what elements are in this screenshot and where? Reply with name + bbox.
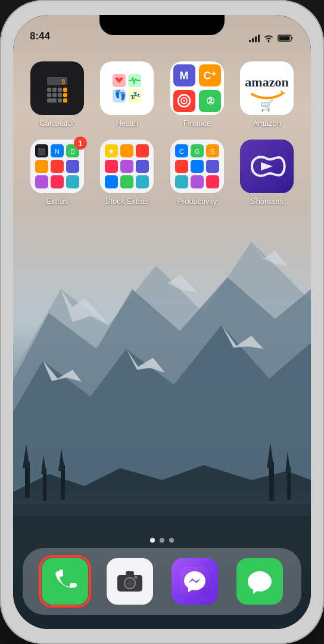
svg-rect-78	[136, 160, 149, 173]
svg-rect-90	[175, 175, 188, 188]
svg-text:⬛: ⬛	[38, 147, 46, 156]
svg-text:🛒: 🛒	[260, 99, 274, 112]
svg-rect-79	[105, 175, 118, 188]
page-dot-2	[160, 538, 164, 543]
svg-text:🗒: 🗒	[70, 148, 76, 155]
app-item-productivity[interactable]: C G S Productivity	[165, 140, 229, 206]
svg-rect-81	[136, 175, 149, 188]
extras-badge: 1	[74, 137, 87, 150]
stock-extras-icon: ★	[100, 140, 154, 193]
stock-extras-label: Stock Extras	[105, 197, 149, 206]
status-bar: 8:44	[13, 15, 311, 47]
svg-rect-92	[206, 175, 219, 188]
dock-item-phone[interactable]	[42, 558, 88, 605]
app-item-finance[interactable]: M C⁺ ② Finance	[165, 61, 229, 128]
svg-rect-22	[279, 36, 290, 41]
page-dot-3	[169, 538, 174, 543]
extras-label: Extras	[46, 197, 68, 206]
svg-rect-66	[35, 175, 48, 188]
dock-item-camera[interactable]	[107, 558, 153, 605]
battery-icon	[278, 34, 294, 42]
svg-rect-26	[47, 88, 51, 92]
svg-point-101	[134, 576, 137, 579]
svg-point-100	[127, 580, 133, 586]
health-icon: 👣 💤	[100, 61, 154, 115]
svg-rect-76	[105, 160, 118, 173]
messenger-dock-icon	[172, 558, 218, 605]
app-grid: 0	[13, 55, 311, 212]
calculator-icon: 0	[30, 61, 84, 115]
svg-rect-77	[120, 160, 133, 173]
health-label: Health	[116, 119, 138, 128]
svg-rect-33	[63, 93, 67, 97]
svg-rect-98	[126, 571, 134, 576]
svg-rect-63	[35, 160, 48, 173]
svg-rect-32	[58, 93, 62, 97]
svg-rect-27	[52, 88, 57, 92]
svg-rect-29	[63, 88, 67, 92]
svg-text:★: ★	[108, 147, 115, 156]
svg-text:N: N	[55, 148, 60, 155]
phone-screen: 8:44	[13, 15, 311, 629]
svg-text:M: M	[179, 70, 188, 82]
svg-rect-30	[47, 93, 51, 97]
shortcuts-label: Shortcuts	[251, 197, 284, 206]
svg-text:👣: 👣	[114, 89, 126, 101]
svg-rect-75	[136, 144, 149, 157]
finance-icon: M C⁺ ②	[170, 61, 224, 115]
amazon-label: Amazon	[253, 119, 281, 128]
svg-rect-89	[206, 160, 219, 173]
app-item-stock-extras[interactable]: ★ Stock Extras	[95, 140, 160, 206]
svg-text:💤: 💤	[130, 91, 141, 101]
svg-text:C⁺: C⁺	[203, 70, 217, 82]
signal-icon	[249, 34, 260, 42]
svg-text:C: C	[179, 148, 184, 155]
svg-text:G: G	[194, 148, 200, 155]
svg-rect-74	[120, 144, 133, 157]
svg-rect-35	[58, 98, 62, 103]
home-screen: 8:44	[13, 15, 311, 629]
calculator-label: Calculator	[39, 119, 74, 128]
status-time: 8:44	[30, 30, 50, 42]
svg-rect-31	[52, 93, 57, 97]
wifi-icon	[263, 34, 274, 42]
svg-rect-80	[120, 175, 133, 188]
dock-item-messenger[interactable]	[172, 558, 218, 605]
page-dot-1	[150, 538, 155, 543]
svg-rect-87	[175, 160, 188, 173]
svg-text:amazon: amazon	[245, 75, 289, 89]
camera-dock-icon	[107, 558, 153, 605]
productivity-icon: C G S	[170, 140, 224, 193]
amazon-icon: amazon 🛒	[240, 61, 294, 115]
svg-rect-88	[191, 160, 204, 173]
app-item-amazon[interactable]: amazon 🛒 Amazon	[235, 61, 300, 128]
productivity-label: Productivity	[177, 197, 217, 206]
svg-rect-64	[51, 160, 64, 173]
dock	[23, 548, 301, 615]
status-icons	[249, 34, 294, 42]
app-item-calculator[interactable]: 0	[25, 61, 89, 128]
svg-point-53	[183, 100, 185, 102]
svg-text:S: S	[210, 148, 214, 155]
page-dots	[13, 538, 311, 543]
svg-rect-36	[63, 98, 67, 103]
phone-frame: 8:44	[0, 0, 324, 644]
svg-text:0: 0	[61, 79, 65, 85]
svg-rect-68	[66, 175, 79, 188]
messages-dock-icon	[236, 558, 283, 605]
svg-rect-28	[58, 88, 62, 92]
shortcuts-icon	[240, 140, 294, 193]
app-item-extras[interactable]: ⬛ N 🗒 1 Extras	[25, 140, 89, 206]
svg-rect-67	[51, 175, 64, 188]
dock-item-messages[interactable]	[236, 558, 283, 605]
app-item-health[interactable]: 👣 💤 Health	[95, 61, 160, 128]
svg-rect-91	[191, 175, 204, 188]
app-item-shortcuts[interactable]: Shortcuts	[235, 140, 300, 206]
svg-rect-65	[66, 160, 79, 173]
finance-label: Finance	[183, 119, 211, 128]
svg-rect-34	[47, 98, 57, 103]
phone-dock-icon	[42, 558, 88, 605]
svg-text:②: ②	[206, 96, 214, 106]
